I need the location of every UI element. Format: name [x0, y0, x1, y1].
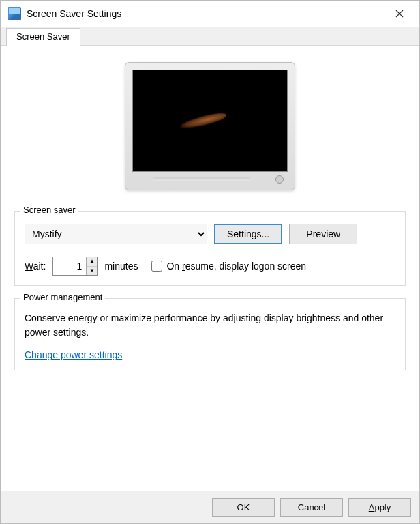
- screensaver-group-label: Screen saver: [20, 205, 78, 215]
- monitor-frame: [125, 62, 295, 190]
- power-description: Conserve energy or maximize performance …: [25, 311, 395, 340]
- close-icon: [395, 10, 404, 18]
- wait-label: Wait:: [25, 261, 46, 272]
- titlebar: Screen Saver Settings: [1, 1, 419, 27]
- cancel-button[interactable]: Cancel: [280, 498, 343, 517]
- apply-button[interactable]: Apply: [348, 498, 411, 517]
- wait-spin-down[interactable]: ▼: [87, 267, 97, 276]
- wait-input[interactable]: [53, 257, 86, 275]
- mystify-ribbon-graphic: [179, 110, 227, 131]
- tabstrip: Screen Saver: [1, 27, 419, 46]
- window-title: Screen Saver Settings: [27, 8, 384, 19]
- preview-button[interactable]: Preview: [289, 224, 357, 244]
- screensaver-app-icon: [7, 7, 21, 20]
- tab-content: Screen saver Mystify Settings... Preview…: [1, 46, 419, 491]
- dialog-footer: OK Cancel Apply: [1, 491, 419, 523]
- wait-spin-up[interactable]: ▲: [87, 257, 97, 267]
- monitor-indent: [153, 177, 251, 181]
- power-group-label: Power management: [20, 292, 105, 302]
- power-management-group: Power management Conserve energy or maxi…: [14, 298, 406, 370]
- resume-logon-label: On resume, display logon screen: [166, 261, 306, 272]
- monitor-power-icon: [275, 175, 284, 184]
- wait-spinbox[interactable]: ▲ ▼: [52, 257, 97, 276]
- close-button[interactable]: [384, 3, 415, 24]
- monitor-base: [132, 172, 288, 187]
- settings-button[interactable]: Settings...: [214, 224, 282, 244]
- resume-logon-checkbox[interactable]: [151, 261, 162, 272]
- preview-area: [14, 62, 406, 190]
- screensaver-select[interactable]: Mystify: [25, 224, 207, 244]
- change-power-settings-link[interactable]: Change power settings: [25, 349, 122, 360]
- screensaver-group: Screen saver Mystify Settings... Preview…: [14, 211, 406, 286]
- monitor-screen: [132, 70, 288, 172]
- wait-units: minutes: [104, 261, 138, 272]
- screen-saver-settings-window: Screen Saver Settings Screen Saver: [0, 0, 420, 524]
- tab-screen-saver[interactable]: Screen Saver: [6, 28, 80, 46]
- ok-button[interactable]: OK: [212, 498, 275, 517]
